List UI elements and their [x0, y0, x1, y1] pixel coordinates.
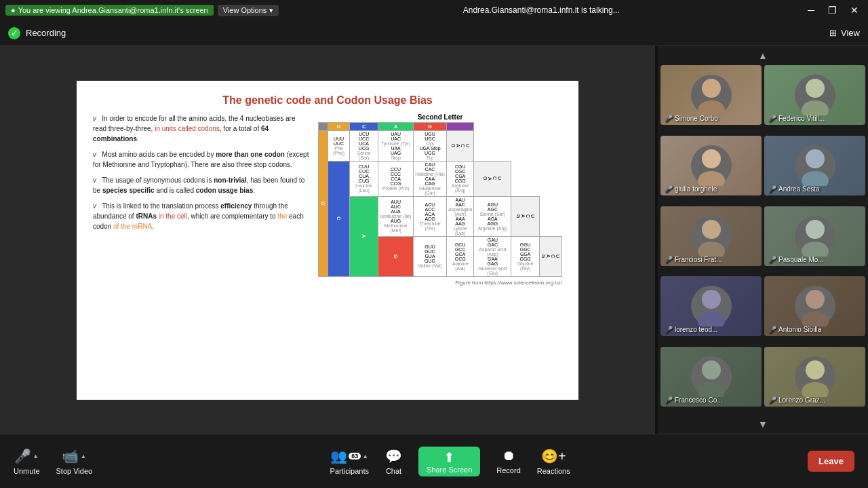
svg-point-4: [702, 149, 721, 168]
slide-container: The genetic code and Codon Usage Bias v …: [77, 81, 578, 400]
codon-table-container: Second Letter U C A G: [318, 113, 562, 286]
leave-button[interactable]: Leave: [808, 451, 854, 472]
avatar: [795, 216, 835, 257]
col-c: C: [350, 122, 378, 130]
unmute-button[interactable]: 🎤 ▲ Unmute: [14, 448, 40, 475]
chevron-down-icon: ▾: [269, 6, 273, 15]
cell: UCUUCCUCAUCGSerine (Ser): [350, 130, 378, 161]
video-caret: ▲: [80, 453, 86, 459]
participant-tile[interactable]: 🎤 Francesco Co...: [660, 347, 762, 407]
record-button[interactable]: ⏺ Record: [496, 448, 520, 474]
row-g: G: [378, 236, 414, 276]
chevron-up-icon: ▲: [758, 50, 768, 61]
participants-icon: 👥: [330, 448, 347, 464]
participant-tile[interactable]: 🎤 Franciosi Frat...: [660, 206, 762, 266]
participants-button[interactable]: 👥 63 ▲ Participants: [330, 448, 369, 475]
unmute-caret: ▲: [33, 453, 39, 459]
screen-dot: ●: [11, 6, 16, 14]
avatar: [795, 286, 835, 326]
second-letter-label: Second Letter: [318, 113, 562, 121]
share-screen-button[interactable]: ⬆ Share Screen: [418, 447, 480, 476]
mute-icon: 🎤: [665, 326, 673, 333]
reactions-button[interactable]: 😊+ Reactions: [537, 448, 570, 475]
participants-icon-wrap: 👥 63 ▲: [330, 448, 368, 464]
col-a: A: [378, 122, 414, 130]
participant-name: 🎤 lorenzo teod...: [665, 326, 717, 333]
svg-point-16: [702, 360, 721, 379]
recording-left: ✓ Recording: [8, 27, 66, 39]
name-label: Simone Corbo: [675, 115, 718, 122]
toolbar-right-group: Leave: [808, 451, 854, 472]
cell: CGUCGCCGACGGArginine (Arg): [446, 161, 473, 196]
bullet-1: v In order to encode for all the amino a…: [93, 113, 310, 144]
cell: UGUUGCCysUGA StopUGGTrp: [414, 130, 447, 161]
svg-point-5: [698, 171, 725, 186]
minimize-button[interactable]: ─: [804, 3, 818, 17]
name-label: Andrea Sesta: [778, 185, 820, 193]
share-screen-label: Share Screen: [427, 466, 472, 474]
participant-tile[interactable]: 🎤 giulia torghele: [660, 136, 762, 195]
svg-point-6: [806, 149, 825, 168]
record-icon: ⏺: [502, 448, 515, 464]
avatar: [795, 356, 835, 397]
svg-point-2: [806, 79, 825, 98]
scroll-down-button[interactable]: ▼: [658, 415, 868, 434]
participants-label: Participants: [330, 467, 369, 475]
participant-name: 🎤 Simone Corbo: [665, 115, 718, 122]
cell: UAUUACTyrosine (Tyr)UAAUAGStop: [378, 130, 414, 161]
participant-inner: 🎤 Pasquale Mo...: [764, 206, 865, 266]
svg-point-15: [802, 312, 829, 326]
chat-label: Chat: [386, 467, 401, 475]
view-options-button[interactable]: View Options ▾: [218, 5, 279, 16]
participant-tile[interactable]: 🎤 Lorenzo Graz...: [764, 347, 865, 407]
cell: AGUAGCSerine (Ser)AGAAGGArginine (Arg): [474, 196, 511, 236]
avatar: [691, 356, 732, 397]
bottom-toolbar: 🎤 ▲ Unmute 📹 ▲ Stop Video 👥 63 ▲ Partici…: [0, 434, 868, 488]
name-label: lorenzo teod...: [675, 326, 717, 333]
participant-inner: 🎤 Federico Vitill...: [764, 65, 865, 125]
slide-body: v In order to encode for all the amino a…: [93, 113, 562, 286]
avatar: [691, 145, 732, 186]
participant-tile[interactable]: 🎤 Pasquale Mo...: [764, 206, 865, 266]
svg-point-17: [698, 382, 725, 397]
row-u: U: [319, 130, 328, 276]
svg-point-10: [806, 220, 825, 239]
participant-inner: 🎤 Simone Corbo: [660, 65, 762, 125]
reactions-label: Reactions: [537, 467, 570, 475]
stop-video-icon-wrap: 📹 ▲: [62, 448, 86, 464]
mute-icon: 🎤: [665, 396, 673, 404]
participant-tile[interactable]: 🎤 Antonio Sibilla: [764, 276, 865, 336]
cell: ACUACCACAACGThreonine (Thr): [414, 196, 447, 236]
table-row: U UUUUUCPhe (Phe) UCUUCCUCAUCGSerine (Se…: [319, 130, 562, 161]
scroll-up-button[interactable]: ▲: [658, 46, 868, 65]
col-g: G: [414, 122, 447, 130]
participants-caret: ▲: [362, 453, 368, 459]
participants-grid: 🎤 Simone Corbo 🎤 Federico Vitill...: [658, 65, 868, 415]
svg-point-14: [806, 290, 825, 309]
mute-icon: 🎤: [768, 115, 776, 122]
cell-right: UCAG: [539, 236, 561, 276]
participant-tile[interactable]: 🎤 lorenzo teod...: [660, 276, 762, 336]
mute-icon: 🎤: [665, 185, 673, 193]
participant-tile[interactable]: 🎤 Simone Corbo: [660, 65, 762, 125]
cell-right: UCAG: [474, 161, 511, 196]
participant-name: 🎤 Andrea Sesta: [768, 185, 820, 193]
close-button[interactable]: ✕: [846, 3, 863, 17]
chat-button[interactable]: 💬 Chat: [385, 448, 402, 475]
cell: AAUAACAsparagine (Asn)AAAAAGLysine (Lys): [446, 196, 473, 236]
participant-tile[interactable]: 🎤 Federico Vitill...: [764, 65, 865, 125]
avatar: [795, 75, 835, 115]
svg-point-9: [698, 242, 725, 257]
stop-video-button[interactable]: 📹 ▲ Stop Video: [56, 448, 93, 475]
participant-tile[interactable]: 🎤 Andrea Sesta: [764, 136, 865, 195]
view-icon: ⊞: [829, 28, 837, 38]
avatar: [691, 286, 732, 326]
cell-right: UCAG: [511, 196, 540, 236]
svg-point-13: [698, 312, 725, 326]
svg-point-3: [802, 100, 829, 115]
participants-count: 63: [349, 453, 361, 459]
reactions-icon: 😊+: [541, 448, 566, 464]
restore-button[interactable]: ❐: [824, 3, 841, 17]
slide-caption: Figure from https://www.sciencelearn.org…: [318, 280, 562, 286]
toolbar-center-group: 👥 63 ▲ Participants 💬 Chat ⬆ Share Scree…: [330, 447, 570, 476]
